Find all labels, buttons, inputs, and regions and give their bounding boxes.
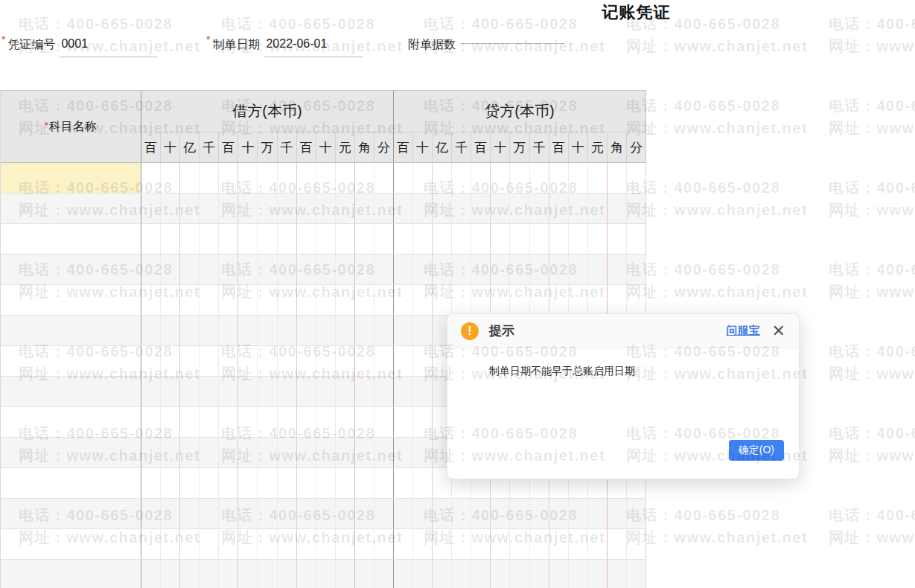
amount-digit-cell[interactable] — [413, 194, 433, 223]
amount-digit-cell[interactable] — [588, 255, 608, 284]
amount-digit-cell[interactable] — [141, 560, 161, 588]
amount-digit-cell[interactable] — [491, 163, 510, 193]
amount-digit-cell[interactable] — [200, 468, 219, 498]
amount-digit-cell[interactable] — [278, 224, 297, 254]
amount-digit-cell[interactable] — [374, 194, 394, 223]
amount-digit-cell[interactable] — [297, 529, 316, 559]
amount-digit-cell[interactable] — [180, 468, 200, 498]
amount-digit-cell[interactable] — [219, 163, 238, 193]
amount-digit-cell[interactable] — [238, 499, 258, 528]
amount-digit-cell[interactable] — [588, 224, 608, 254]
amount-digit-cell[interactable] — [588, 499, 608, 528]
amount-digit-cell[interactable] — [608, 163, 627, 193]
amount-digit-cell[interactable] — [258, 529, 277, 559]
amount-digit-cell[interactable] — [258, 163, 277, 193]
amount-digit-cell[interactable] — [278, 468, 297, 498]
amount-digit-cell[interactable] — [297, 224, 316, 254]
amount-digit-cell[interactable] — [413, 529, 433, 559]
amount-digit-cell[interactable] — [530, 529, 549, 559]
amount-digit-cell[interactable] — [549, 255, 569, 284]
amount-digit-cell[interactable] — [452, 255, 471, 284]
amount-digit-cell[interactable] — [161, 285, 180, 315]
amount-digit-cell[interactable] — [433, 560, 452, 588]
amount-digit-cell[interactable] — [180, 499, 200, 528]
amount-digit-cell[interactable] — [510, 224, 529, 254]
amount-digit-cell[interactable] — [608, 285, 627, 315]
amount-digit-cell[interactable] — [258, 316, 277, 345]
amount-digit-cell[interactable] — [200, 560, 219, 588]
amount-digit-cell[interactable] — [588, 529, 608, 559]
amount-digit-cell[interactable] — [316, 560, 336, 588]
subject-cell[interactable] — [1, 255, 141, 284]
amount-digit-cell[interactable] — [510, 163, 529, 193]
amount-digit-cell[interactable] — [394, 468, 413, 498]
amount-digit-cell[interactable] — [141, 285, 161, 315]
amount-digit-cell[interactable] — [491, 224, 510, 254]
amount-digit-cell[interactable] — [141, 438, 161, 467]
subject-cell[interactable] — [1, 285, 141, 315]
amount-digit-cell[interactable] — [491, 255, 510, 284]
amount-digit-cell[interactable] — [336, 468, 355, 498]
amount-digit-cell[interactable] — [316, 285, 336, 315]
amount-digit-cell[interactable] — [297, 407, 316, 437]
amount-digit-cell[interactable] — [627, 255, 646, 284]
amount-digit-cell[interactable] — [510, 285, 529, 315]
close-icon[interactable]: ✕ — [772, 324, 785, 339]
ok-button[interactable]: 确定(O) — [729, 440, 784, 461]
amount-digit-cell[interactable] — [627, 529, 646, 559]
amount-digit-cell[interactable] — [297, 194, 316, 223]
amount-digit-cell[interactable] — [452, 163, 471, 193]
amount-digit-cell[interactable] — [355, 224, 374, 254]
amount-digit-cell[interactable] — [297, 377, 316, 406]
amount-digit-cell[interactable] — [452, 529, 471, 559]
amount-digit-cell[interactable] — [278, 316, 297, 345]
amount-digit-cell[interactable] — [316, 438, 336, 467]
amount-digit-cell[interactable] — [336, 560, 355, 588]
amount-digit-cell[interactable] — [258, 407, 277, 437]
amount-digit-cell[interactable] — [297, 468, 316, 498]
amount-digit-cell[interactable] — [336, 438, 355, 467]
amount-digit-cell[interactable] — [141, 499, 161, 528]
amount-digit-cell[interactable] — [219, 560, 238, 588]
amount-digit-cell[interactable] — [336, 194, 355, 223]
amount-digit-cell[interactable] — [394, 560, 413, 588]
amount-digit-cell[interactable] — [433, 285, 452, 315]
amount-digit-cell[interactable] — [394, 529, 413, 559]
amount-digit-cell[interactable] — [238, 285, 258, 315]
amount-digit-cell[interactable] — [180, 194, 200, 223]
amount-digit-cell[interactable] — [608, 499, 627, 528]
amount-digit-cell[interactable] — [141, 224, 161, 254]
amount-digit-cell[interactable] — [238, 438, 258, 467]
amount-digit-cell[interactable] — [491, 194, 510, 223]
amount-digit-cell[interactable] — [394, 316, 413, 345]
amount-digit-cell[interactable] — [278, 377, 297, 406]
amount-digit-cell[interactable] — [394, 194, 413, 223]
amount-digit-cell[interactable] — [355, 285, 374, 315]
amount-digit-cell[interactable] — [355, 316, 374, 345]
amount-digit-cell[interactable] — [413, 285, 433, 315]
amount-digit-cell[interactable] — [278, 560, 297, 588]
amount-digit-cell[interactable] — [316, 499, 336, 528]
amount-digit-cell[interactable] — [413, 255, 433, 284]
amount-digit-cell[interactable] — [336, 346, 355, 376]
amount-digit-cell[interactable] — [200, 194, 219, 223]
amount-digit-cell[interactable] — [394, 377, 413, 406]
amount-digit-cell[interactable] — [200, 255, 219, 284]
amount-digit-cell[interactable] — [433, 194, 452, 223]
subject-cell[interactable] — [1, 194, 141, 223]
amount-digit-cell[interactable] — [608, 529, 627, 559]
amount-digit-cell[interactable] — [530, 224, 549, 254]
amount-digit-cell[interactable] — [316, 194, 336, 223]
amount-digit-cell[interactable] — [588, 560, 608, 588]
amount-digit-cell[interactable] — [278, 194, 297, 223]
amount-digit-cell[interactable] — [161, 407, 180, 437]
amount-digit-cell[interactable] — [413, 438, 433, 467]
amount-digit-cell[interactable] — [200, 285, 219, 315]
amount-digit-cell[interactable] — [569, 224, 588, 254]
amount-digit-cell[interactable] — [161, 255, 180, 284]
amount-digit-cell[interactable] — [627, 560, 646, 588]
amount-digit-cell[interactable] — [355, 346, 374, 376]
amount-digit-cell[interactable] — [238, 194, 258, 223]
amount-digit-cell[interactable] — [238, 560, 258, 588]
amount-digit-cell[interactable] — [394, 224, 413, 254]
